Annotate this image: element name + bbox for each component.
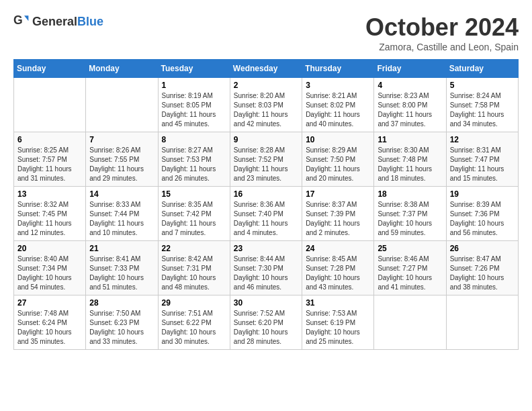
day-number: 18 bbox=[378, 189, 442, 199]
calendar-cell: 22Sunrise: 8:42 AM Sunset: 7:31 PM Dayli… bbox=[158, 241, 230, 295]
calendar-cell: 29Sunrise: 7:51 AM Sunset: 6:22 PM Dayli… bbox=[158, 295, 230, 350]
calendar-cell: 21Sunrise: 8:41 AM Sunset: 7:33 PM Dayli… bbox=[86, 241, 158, 295]
calendar-cell: 20Sunrise: 8:40 AM Sunset: 7:34 PM Dayli… bbox=[14, 241, 86, 295]
day-number: 16 bbox=[234, 189, 298, 199]
day-number: 10 bbox=[306, 135, 370, 144]
day-number: 21 bbox=[89, 244, 154, 253]
calendar-cell: 9Sunrise: 8:28 AM Sunset: 7:52 PM Daylig… bbox=[230, 132, 302, 187]
day-info: Sunrise: 8:32 AM Sunset: 7:45 PM Dayligh… bbox=[17, 200, 82, 238]
month-title: October 2024 bbox=[365, 13, 519, 42]
day-number: 15 bbox=[162, 189, 226, 199]
title-area: October 2024 Zamora, Castille and Leon, … bbox=[365, 13, 519, 52]
location-subtitle: Zamora, Castille and Leon, Spain bbox=[365, 42, 519, 52]
weekday-sunday: Sunday bbox=[14, 60, 86, 78]
day-number: 14 bbox=[89, 189, 154, 199]
day-number: 12 bbox=[450, 135, 515, 144]
day-number: 8 bbox=[162, 135, 226, 144]
calendar-week-4: 20Sunrise: 8:40 AM Sunset: 7:34 PM Dayli… bbox=[14, 241, 519, 295]
weekday-tuesday: Tuesday bbox=[158, 60, 230, 78]
calendar-cell: 27Sunrise: 7:48 AM Sunset: 6:24 PM Dayli… bbox=[14, 295, 86, 350]
logo-icon: G bbox=[13, 13, 30, 30]
day-info: Sunrise: 8:29 AM Sunset: 7:50 PM Dayligh… bbox=[306, 146, 370, 183]
day-info: Sunrise: 8:31 AM Sunset: 7:47 PM Dayligh… bbox=[450, 146, 515, 183]
day-number: 26 bbox=[450, 244, 515, 253]
weekday-thursday: Thursday bbox=[302, 60, 374, 78]
logo-general: General bbox=[32, 15, 77, 28]
day-number: 28 bbox=[89, 298, 154, 308]
day-number: 20 bbox=[17, 244, 82, 253]
weekday-wednesday: Wednesday bbox=[230, 60, 302, 78]
day-number: 27 bbox=[17, 298, 82, 308]
weekday-monday: Monday bbox=[86, 60, 158, 78]
calendar-cell: 1Sunrise: 8:19 AM Sunset: 8:05 PM Daylig… bbox=[158, 78, 230, 132]
day-info: Sunrise: 8:30 AM Sunset: 7:48 PM Dayligh… bbox=[378, 146, 442, 183]
calendar-cell: 17Sunrise: 8:37 AM Sunset: 7:39 PM Dayli… bbox=[302, 187, 374, 241]
day-info: Sunrise: 8:46 AM Sunset: 7:27 PM Dayligh… bbox=[378, 255, 442, 292]
weekday-saturday: Saturday bbox=[446, 60, 518, 78]
day-info: Sunrise: 8:40 AM Sunset: 7:34 PM Dayligh… bbox=[17, 255, 82, 292]
day-info: Sunrise: 8:27 AM Sunset: 7:53 PM Dayligh… bbox=[162, 146, 226, 183]
day-info: Sunrise: 7:51 AM Sunset: 6:22 PM Dayligh… bbox=[162, 309, 226, 347]
calendar-cell: 8Sunrise: 8:27 AM Sunset: 7:53 PM Daylig… bbox=[158, 132, 230, 187]
day-number: 31 bbox=[306, 298, 370, 308]
calendar-cell: 5Sunrise: 8:24 AM Sunset: 7:58 PM Daylig… bbox=[446, 78, 518, 132]
calendar-cell: 10Sunrise: 8:29 AM Sunset: 7:50 PM Dayli… bbox=[302, 132, 374, 187]
calendar-cell: 31Sunrise: 7:53 AM Sunset: 6:19 PM Dayli… bbox=[302, 295, 374, 350]
day-info: Sunrise: 7:52 AM Sunset: 6:20 PM Dayligh… bbox=[234, 309, 298, 347]
calendar-cell: 6Sunrise: 8:25 AM Sunset: 7:57 PM Daylig… bbox=[14, 132, 86, 187]
calendar-cell bbox=[14, 78, 86, 132]
calendar-cell: 3Sunrise: 8:21 AM Sunset: 8:02 PM Daylig… bbox=[302, 78, 374, 132]
calendar-cell: 4Sunrise: 8:23 AM Sunset: 8:00 PM Daylig… bbox=[374, 78, 446, 132]
day-info: Sunrise: 8:33 AM Sunset: 7:44 PM Dayligh… bbox=[89, 200, 154, 238]
day-info: Sunrise: 8:24 AM Sunset: 7:58 PM Dayligh… bbox=[450, 91, 515, 129]
calendar-cell: 28Sunrise: 7:50 AM Sunset: 6:23 PM Dayli… bbox=[86, 295, 158, 350]
day-number: 5 bbox=[450, 81, 515, 90]
day-number: 24 bbox=[306, 244, 370, 253]
day-info: Sunrise: 8:25 AM Sunset: 7:57 PM Dayligh… bbox=[17, 146, 82, 183]
day-info: Sunrise: 8:28 AM Sunset: 7:52 PM Dayligh… bbox=[234, 146, 298, 183]
day-number: 29 bbox=[162, 298, 226, 308]
day-number: 17 bbox=[306, 189, 370, 199]
calendar-cell: 23Sunrise: 8:44 AM Sunset: 7:30 PM Dayli… bbox=[230, 241, 302, 295]
calendar-cell: 30Sunrise: 7:52 AM Sunset: 6:20 PM Dayli… bbox=[230, 295, 302, 350]
day-info: Sunrise: 8:36 AM Sunset: 7:40 PM Dayligh… bbox=[234, 200, 298, 238]
calendar-table: SundayMondayTuesdayWednesdayThursdayFrid… bbox=[13, 59, 519, 350]
day-info: Sunrise: 8:21 AM Sunset: 8:02 PM Dayligh… bbox=[306, 91, 370, 129]
day-info: Sunrise: 8:38 AM Sunset: 7:37 PM Dayligh… bbox=[378, 200, 442, 238]
calendar-week-1: 1Sunrise: 8:19 AM Sunset: 8:05 PM Daylig… bbox=[14, 78, 519, 132]
weekday-header-row: SundayMondayTuesdayWednesdayThursdayFrid… bbox=[14, 60, 519, 78]
svg-text:G: G bbox=[13, 13, 23, 27]
calendar-cell: 15Sunrise: 8:35 AM Sunset: 7:42 PM Dayli… bbox=[158, 187, 230, 241]
calendar-cell: 18Sunrise: 8:38 AM Sunset: 7:37 PM Dayli… bbox=[374, 187, 446, 241]
day-number: 11 bbox=[378, 135, 442, 144]
day-info: Sunrise: 8:45 AM Sunset: 7:28 PM Dayligh… bbox=[306, 255, 370, 292]
calendar-cell bbox=[374, 295, 446, 350]
logo-blue: Blue bbox=[77, 15, 103, 28]
day-number: 3 bbox=[306, 81, 370, 90]
day-info: Sunrise: 7:48 AM Sunset: 6:24 PM Dayligh… bbox=[17, 309, 82, 347]
calendar-cell: 16Sunrise: 8:36 AM Sunset: 7:40 PM Dayli… bbox=[230, 187, 302, 241]
calendar-cell: 19Sunrise: 8:39 AM Sunset: 7:36 PM Dayli… bbox=[446, 187, 518, 241]
calendar-cell: 12Sunrise: 8:31 AM Sunset: 7:47 PM Dayli… bbox=[446, 132, 518, 187]
calendar-cell: 7Sunrise: 8:26 AM Sunset: 7:55 PM Daylig… bbox=[86, 132, 158, 187]
day-info: Sunrise: 8:47 AM Sunset: 7:26 PM Dayligh… bbox=[450, 255, 515, 292]
day-number: 9 bbox=[234, 135, 298, 144]
day-info: Sunrise: 8:37 AM Sunset: 7:39 PM Dayligh… bbox=[306, 200, 370, 238]
day-info: Sunrise: 8:42 AM Sunset: 7:31 PM Dayligh… bbox=[162, 255, 226, 292]
day-info: Sunrise: 8:26 AM Sunset: 7:55 PM Dayligh… bbox=[89, 146, 154, 183]
day-number: 1 bbox=[162, 81, 226, 90]
day-number: 25 bbox=[378, 244, 442, 253]
calendar-cell: 25Sunrise: 8:46 AM Sunset: 7:27 PM Dayli… bbox=[374, 241, 446, 295]
day-number: 19 bbox=[450, 189, 515, 199]
calendar-week-5: 27Sunrise: 7:48 AM Sunset: 6:24 PM Dayli… bbox=[14, 295, 519, 350]
page-header: G GeneralBlue October 2024 Zamora, Casti… bbox=[13, 13, 519, 52]
day-info: Sunrise: 7:50 AM Sunset: 6:23 PM Dayligh… bbox=[89, 309, 154, 347]
calendar-body: 1Sunrise: 8:19 AM Sunset: 8:05 PM Daylig… bbox=[14, 78, 519, 350]
calendar-cell: 24Sunrise: 8:45 AM Sunset: 7:28 PM Dayli… bbox=[302, 241, 374, 295]
day-info: Sunrise: 8:44 AM Sunset: 7:30 PM Dayligh… bbox=[234, 255, 298, 292]
day-number: 7 bbox=[89, 135, 154, 144]
day-number: 22 bbox=[162, 244, 226, 253]
day-info: Sunrise: 8:41 AM Sunset: 7:33 PM Dayligh… bbox=[89, 255, 154, 292]
day-info: Sunrise: 8:39 AM Sunset: 7:36 PM Dayligh… bbox=[450, 200, 515, 238]
day-number: 4 bbox=[378, 81, 442, 90]
